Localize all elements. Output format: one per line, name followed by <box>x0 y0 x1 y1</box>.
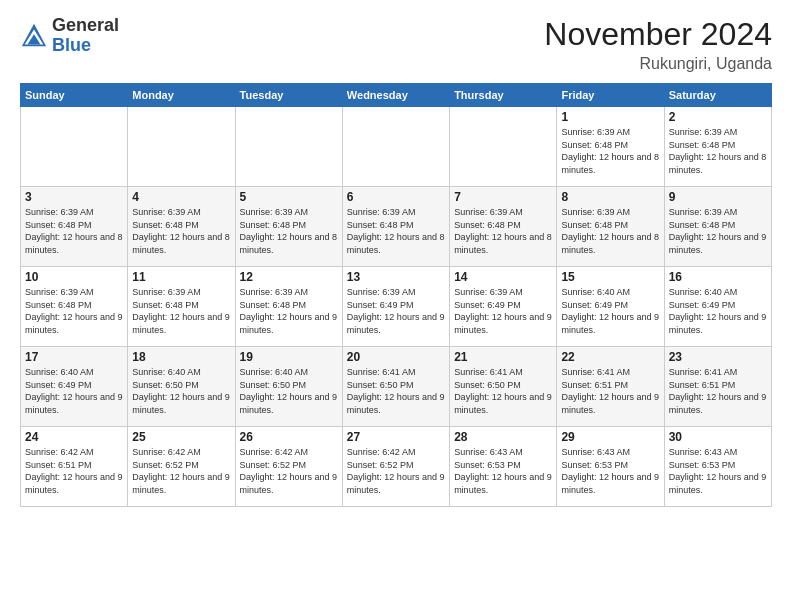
day-info: Sunrise: 6:39 AM Sunset: 6:49 PM Dayligh… <box>347 286 445 336</box>
day-info: Sunrise: 6:40 AM Sunset: 6:49 PM Dayligh… <box>25 366 123 416</box>
table-row: 27Sunrise: 6:42 AM Sunset: 6:52 PM Dayli… <box>342 427 449 507</box>
day-number: 23 <box>669 350 767 364</box>
day-info: Sunrise: 6:40 AM Sunset: 6:49 PM Dayligh… <box>669 286 767 336</box>
day-number: 29 <box>561 430 659 444</box>
table-row: 6Sunrise: 6:39 AM Sunset: 6:48 PM Daylig… <box>342 187 449 267</box>
table-row <box>128 107 235 187</box>
day-number: 16 <box>669 270 767 284</box>
day-info: Sunrise: 6:39 AM Sunset: 6:49 PM Dayligh… <box>454 286 552 336</box>
day-info: Sunrise: 6:40 AM Sunset: 6:50 PM Dayligh… <box>240 366 338 416</box>
day-info: Sunrise: 6:39 AM Sunset: 6:48 PM Dayligh… <box>240 206 338 256</box>
col-friday: Friday <box>557 84 664 107</box>
day-number: 5 <box>240 190 338 204</box>
day-info: Sunrise: 6:42 AM Sunset: 6:52 PM Dayligh… <box>132 446 230 496</box>
day-info: Sunrise: 6:40 AM Sunset: 6:49 PM Dayligh… <box>561 286 659 336</box>
table-row: 3Sunrise: 6:39 AM Sunset: 6:48 PM Daylig… <box>21 187 128 267</box>
day-info: Sunrise: 6:39 AM Sunset: 6:48 PM Dayligh… <box>561 126 659 176</box>
table-row: 21Sunrise: 6:41 AM Sunset: 6:50 PM Dayli… <box>450 347 557 427</box>
calendar-table: Sunday Monday Tuesday Wednesday Thursday… <box>20 83 772 507</box>
day-number: 19 <box>240 350 338 364</box>
logo-blue: Blue <box>52 35 91 55</box>
table-row: 20Sunrise: 6:41 AM Sunset: 6:50 PM Dayli… <box>342 347 449 427</box>
table-row: 2Sunrise: 6:39 AM Sunset: 6:48 PM Daylig… <box>664 107 771 187</box>
table-row: 4Sunrise: 6:39 AM Sunset: 6:48 PM Daylig… <box>128 187 235 267</box>
day-number: 22 <box>561 350 659 364</box>
day-info: Sunrise: 6:41 AM Sunset: 6:50 PM Dayligh… <box>347 366 445 416</box>
day-number: 26 <box>240 430 338 444</box>
day-number: 15 <box>561 270 659 284</box>
day-info: Sunrise: 6:39 AM Sunset: 6:48 PM Dayligh… <box>25 286 123 336</box>
table-row: 25Sunrise: 6:42 AM Sunset: 6:52 PM Dayli… <box>128 427 235 507</box>
col-sunday: Sunday <box>21 84 128 107</box>
day-info: Sunrise: 6:39 AM Sunset: 6:48 PM Dayligh… <box>669 126 767 176</box>
day-number: 21 <box>454 350 552 364</box>
day-info: Sunrise: 6:39 AM Sunset: 6:48 PM Dayligh… <box>669 206 767 256</box>
day-info: Sunrise: 6:39 AM Sunset: 6:48 PM Dayligh… <box>132 206 230 256</box>
table-row <box>450 107 557 187</box>
day-number: 13 <box>347 270 445 284</box>
day-info: Sunrise: 6:39 AM Sunset: 6:48 PM Dayligh… <box>561 206 659 256</box>
table-row: 24Sunrise: 6:42 AM Sunset: 6:51 PM Dayli… <box>21 427 128 507</box>
col-thursday: Thursday <box>450 84 557 107</box>
table-row <box>342 107 449 187</box>
table-row: 13Sunrise: 6:39 AM Sunset: 6:49 PM Dayli… <box>342 267 449 347</box>
day-info: Sunrise: 6:41 AM Sunset: 6:50 PM Dayligh… <box>454 366 552 416</box>
day-number: 17 <box>25 350 123 364</box>
table-row: 17Sunrise: 6:40 AM Sunset: 6:49 PM Dayli… <box>21 347 128 427</box>
table-row: 1Sunrise: 6:39 AM Sunset: 6:48 PM Daylig… <box>557 107 664 187</box>
calendar-header-row: Sunday Monday Tuesday Wednesday Thursday… <box>21 84 772 107</box>
table-row: 23Sunrise: 6:41 AM Sunset: 6:51 PM Dayli… <box>664 347 771 427</box>
day-number: 20 <box>347 350 445 364</box>
logo-general: General <box>52 15 119 35</box>
day-number: 14 <box>454 270 552 284</box>
day-info: Sunrise: 6:40 AM Sunset: 6:50 PM Dayligh… <box>132 366 230 416</box>
table-row: 30Sunrise: 6:43 AM Sunset: 6:53 PM Dayli… <box>664 427 771 507</box>
day-info: Sunrise: 6:41 AM Sunset: 6:51 PM Dayligh… <box>669 366 767 416</box>
table-row: 28Sunrise: 6:43 AM Sunset: 6:53 PM Dayli… <box>450 427 557 507</box>
day-info: Sunrise: 6:39 AM Sunset: 6:48 PM Dayligh… <box>347 206 445 256</box>
table-row: 9Sunrise: 6:39 AM Sunset: 6:48 PM Daylig… <box>664 187 771 267</box>
location: Rukungiri, Uganda <box>544 55 772 73</box>
calendar-week-1: 3Sunrise: 6:39 AM Sunset: 6:48 PM Daylig… <box>21 187 772 267</box>
table-row: 16Sunrise: 6:40 AM Sunset: 6:49 PM Dayli… <box>664 267 771 347</box>
day-info: Sunrise: 6:43 AM Sunset: 6:53 PM Dayligh… <box>454 446 552 496</box>
col-wednesday: Wednesday <box>342 84 449 107</box>
day-info: Sunrise: 6:39 AM Sunset: 6:48 PM Dayligh… <box>25 206 123 256</box>
calendar-week-3: 17Sunrise: 6:40 AM Sunset: 6:49 PM Dayli… <box>21 347 772 427</box>
table-row: 7Sunrise: 6:39 AM Sunset: 6:48 PM Daylig… <box>450 187 557 267</box>
logo-text: General Blue <box>52 16 119 56</box>
day-number: 10 <box>25 270 123 284</box>
table-row <box>235 107 342 187</box>
calendar-week-0: 1Sunrise: 6:39 AM Sunset: 6:48 PM Daylig… <box>21 107 772 187</box>
day-info: Sunrise: 6:39 AM Sunset: 6:48 PM Dayligh… <box>454 206 552 256</box>
day-number: 12 <box>240 270 338 284</box>
day-number: 24 <box>25 430 123 444</box>
day-number: 3 <box>25 190 123 204</box>
table-row: 15Sunrise: 6:40 AM Sunset: 6:49 PM Dayli… <box>557 267 664 347</box>
header: General Blue November 2024 Rukungiri, Ug… <box>20 16 772 73</box>
day-number: 2 <box>669 110 767 124</box>
calendar-week-4: 24Sunrise: 6:42 AM Sunset: 6:51 PM Dayli… <box>21 427 772 507</box>
day-number: 6 <box>347 190 445 204</box>
table-row: 12Sunrise: 6:39 AM Sunset: 6:48 PM Dayli… <box>235 267 342 347</box>
table-row: 22Sunrise: 6:41 AM Sunset: 6:51 PM Dayli… <box>557 347 664 427</box>
table-row: 8Sunrise: 6:39 AM Sunset: 6:48 PM Daylig… <box>557 187 664 267</box>
table-row: 29Sunrise: 6:43 AM Sunset: 6:53 PM Dayli… <box>557 427 664 507</box>
col-saturday: Saturday <box>664 84 771 107</box>
day-number: 1 <box>561 110 659 124</box>
day-info: Sunrise: 6:42 AM Sunset: 6:51 PM Dayligh… <box>25 446 123 496</box>
day-number: 9 <box>669 190 767 204</box>
day-number: 30 <box>669 430 767 444</box>
day-info: Sunrise: 6:39 AM Sunset: 6:48 PM Dayligh… <box>132 286 230 336</box>
logo: General Blue <box>20 16 119 56</box>
day-number: 28 <box>454 430 552 444</box>
day-info: Sunrise: 6:43 AM Sunset: 6:53 PM Dayligh… <box>561 446 659 496</box>
table-row: 14Sunrise: 6:39 AM Sunset: 6:49 PM Dayli… <box>450 267 557 347</box>
day-info: Sunrise: 6:43 AM Sunset: 6:53 PM Dayligh… <box>669 446 767 496</box>
calendar-week-2: 10Sunrise: 6:39 AM Sunset: 6:48 PM Dayli… <box>21 267 772 347</box>
table-row: 19Sunrise: 6:40 AM Sunset: 6:50 PM Dayli… <box>235 347 342 427</box>
col-monday: Monday <box>128 84 235 107</box>
table-row: 18Sunrise: 6:40 AM Sunset: 6:50 PM Dayli… <box>128 347 235 427</box>
day-info: Sunrise: 6:41 AM Sunset: 6:51 PM Dayligh… <box>561 366 659 416</box>
table-row <box>21 107 128 187</box>
